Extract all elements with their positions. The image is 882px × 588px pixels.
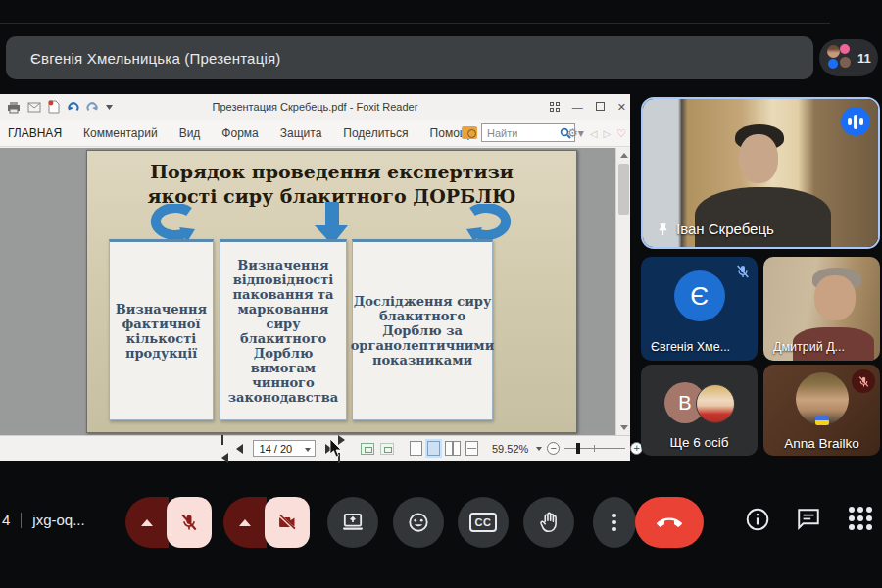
- zoom-percentage[interactable]: 59.52%: [492, 443, 528, 455]
- present-screen-button[interactable]: [327, 497, 378, 548]
- pin-icon: [656, 222, 670, 237]
- minimize-icon[interactable]: —: [572, 102, 583, 113]
- vertical-scrollbar[interactable]: [615, 148, 630, 435]
- participant-name: Іван Скребець: [676, 220, 774, 237]
- layout-grid-icon[interactable]: [550, 102, 560, 112]
- speaking-indicator-icon: [841, 107, 870, 136]
- presenter-label: Євгенія Хмельницька (Презентація): [30, 50, 281, 67]
- meeting-code: jxg-oq...: [32, 512, 84, 528]
- mouse-cursor: [329, 439, 342, 458]
- first-page-button[interactable]: [221, 431, 230, 466]
- search-folder-icon[interactable]: [462, 126, 477, 139]
- apps-grid-icon: [849, 507, 872, 530]
- menu-tab-home[interactable]: ГЛАВНАЯ: [8, 126, 62, 140]
- end-call-icon: [657, 516, 682, 528]
- more-options-button[interactable]: [593, 497, 636, 548]
- heart-icon[interactable]: ♡: [616, 127, 626, 140]
- single-page-view-icon[interactable]: [410, 441, 422, 456]
- ukraine-flag-icon: [815, 416, 829, 425]
- previous-page-button[interactable]: [236, 444, 243, 454]
- participant-name: Дмитрий Д...: [773, 340, 845, 354]
- more-people-label: Ще 6 осіб: [641, 435, 758, 450]
- next-view-icon[interactable]: [380, 443, 394, 455]
- mic-off-icon: [858, 375, 870, 388]
- previous-view-icon[interactable]: [361, 443, 374, 455]
- menu-tab-share[interactable]: Поделиться: [343, 126, 408, 140]
- zoom-slider-thumb[interactable]: [576, 443, 580, 454]
- present-screen-icon: [342, 513, 364, 532]
- page-number-box[interactable]: 14 / 20: [253, 440, 317, 457]
- slide-box-2: Визначення відповідності паковання та ма…: [220, 239, 347, 420]
- facing-view-icon[interactable]: [445, 441, 461, 456]
- video-tile-anna[interactable]: Anna Brailko: [763, 365, 880, 456]
- raise-hand-icon: [539, 512, 560, 533]
- video-tile-dmitriy[interactable]: Дмитрий Д...: [763, 257, 880, 361]
- gear-icon[interactable]: ⚙▾: [567, 126, 584, 140]
- raise-hand-button[interactable]: [523, 497, 574, 548]
- zoom-out-button[interactable]: −: [547, 442, 560, 455]
- camera-off-icon: [277, 513, 297, 532]
- chat-button[interactable]: [796, 507, 821, 536]
- continuous-view-icon[interactable]: [427, 441, 440, 456]
- menu-tab-form[interactable]: Форма: [221, 126, 258, 140]
- mic-off-icon: [179, 513, 199, 532]
- emoji-reactions-button[interactable]: [393, 497, 444, 548]
- video-tile-ivan[interactable]: Іван Скребець: [641, 97, 880, 249]
- page-dropdown-icon[interactable]: [305, 448, 311, 452]
- restore-icon[interactable]: [596, 102, 605, 111]
- slide-title: Порядок проведення експертизи якості сир…: [87, 160, 576, 208]
- microphone-control: [125, 497, 212, 548]
- avatar: [828, 59, 838, 69]
- camera-off-button[interactable]: [265, 497, 310, 548]
- google-meet-window: Євгенія Хмельницька (Презентація) 11 Пре…: [0, 0, 882, 588]
- menu-tab-protect[interactable]: Защита: [280, 126, 322, 140]
- scroll-up-icon[interactable]: [620, 153, 628, 158]
- menu-tab-comment[interactable]: Комментарий: [83, 126, 158, 140]
- participant-count: 11: [858, 51, 871, 66]
- mic-off-icon: [735, 264, 751, 279]
- scrollbar-thumb[interactable]: [618, 164, 629, 215]
- end-call-button[interactable]: [635, 497, 704, 548]
- camera-control: [223, 497, 310, 548]
- mic-mute-button[interactable]: [167, 497, 212, 548]
- top-divider-line: [0, 23, 830, 24]
- mic-off-badge: [852, 369, 875, 393]
- video-tile-more-people[interactable]: В Ще 6 осіб: [641, 365, 758, 456]
- divider: [21, 513, 22, 528]
- close-icon[interactable]: ✕: [617, 102, 626, 113]
- zoom-slider[interactable]: [564, 442, 625, 455]
- participants-count-pill[interactable]: 11: [819, 39, 878, 76]
- activities-button[interactable]: [849, 507, 872, 530]
- presentation-title-pill: Євгенія Хмельницька (Презентація): [6, 36, 813, 79]
- avatar: [827, 45, 840, 58]
- camera-options-button[interactable]: [223, 497, 267, 548]
- participant-avatars-cluster: [825, 43, 855, 73]
- slide-page: Порядок проведення експертизи якості сир…: [86, 150, 577, 433]
- avatar: [840, 44, 850, 54]
- pdf-status-bar: 14 / 20 59.52% −: [0, 435, 630, 461]
- menu-tab-view[interactable]: Вид: [179, 126, 201, 140]
- avatar: [840, 57, 851, 68]
- avatar: [696, 384, 735, 423]
- slide-box-1: Визначення фактичної кількості продукції: [109, 239, 214, 420]
- back-chevron-icon[interactable]: ◁: [590, 128, 598, 139]
- foxit-window-controls: — ✕: [550, 94, 626, 120]
- foxit-window-title: Презентация Скребець.pdf - Foxit Reader: [0, 101, 630, 113]
- forward-chevron-icon[interactable]: ▷: [603, 128, 611, 139]
- split-view-icon[interactable]: [466, 441, 478, 456]
- zoom-dropdown-icon[interactable]: [536, 447, 542, 451]
- scroll-down-icon[interactable]: [620, 425, 628, 430]
- participant-name: Євгенія Хме...: [651, 340, 730, 354]
- foxit-titlebar: Презентация Скребець.pdf - Foxit Reader …: [0, 94, 630, 120]
- cc-icon: CC: [469, 513, 498, 532]
- mic-options-button[interactable]: [125, 497, 169, 548]
- captions-button[interactable]: CC: [458, 497, 509, 548]
- meeting-details-button[interactable]: [745, 507, 770, 536]
- meeting-info: 4 jxg-oq...: [0, 512, 85, 528]
- time-fragment: 4: [2, 512, 10, 528]
- participant-name: Anna Brailko: [763, 436, 880, 451]
- slide-box-3: Дослідження сиру блакитного Дорблю за ор…: [352, 239, 493, 420]
- video-tile-evgenia[interactable]: Є Євгенія Хме...: [641, 257, 758, 361]
- chevron-up-icon: [239, 519, 251, 526]
- avatar: Є: [674, 270, 725, 321]
